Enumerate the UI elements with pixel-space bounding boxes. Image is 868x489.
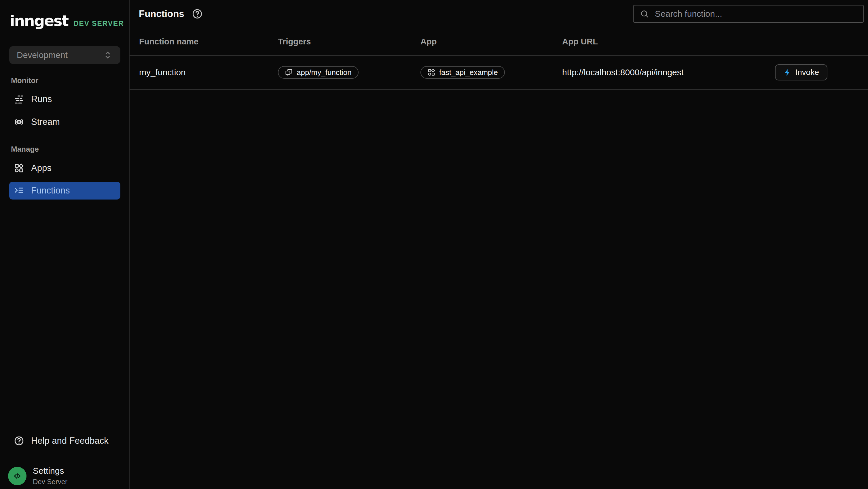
- invoke-trigger-icon: [285, 68, 293, 77]
- triggers-cell: app/my_function: [278, 66, 421, 79]
- settings-subtitle: Dev Server: [33, 478, 67, 486]
- sidebar-item-label: Help and Feedback: [31, 436, 108, 446]
- sidebar: inngest DEV SERVER Development Monitor R…: [0, 0, 130, 489]
- inngest-logo: inngest: [10, 13, 68, 28]
- sidebar-item-stream[interactable]: Stream: [9, 113, 120, 131]
- nav-section-monitor: Monitor: [11, 76, 38, 85]
- search-box[interactable]: [633, 5, 864, 23]
- nav-section-manage: Manage: [11, 145, 39, 154]
- page-help-button[interactable]: [192, 8, 203, 19]
- table-row[interactable]: my_function app/my_function: [130, 56, 868, 90]
- sidebar-item-label: Runs: [31, 94, 52, 104]
- sidebar-divider: [0, 457, 129, 457]
- sidebar-item-functions[interactable]: Functions: [9, 182, 120, 200]
- app-badge-label: fast_api_example: [439, 68, 498, 77]
- table-header: Function name Triggers App App URL: [130, 28, 868, 56]
- app-root: inngest DEV SERVER Development Monitor R…: [0, 0, 868, 489]
- code-icon: [12, 471, 23, 481]
- main-content: Functions Function name Triggers App: [130, 0, 868, 489]
- topbar: Functions: [130, 0, 868, 28]
- column-header-triggers: Triggers: [278, 37, 421, 47]
- sidebar-item-label: Apps: [31, 163, 52, 173]
- invoke-button[interactable]: Invoke: [775, 64, 828, 81]
- trigger-badge-label: app/my_function: [297, 68, 352, 77]
- sidebar-item-label: Functions: [31, 185, 70, 196]
- functions-icon: [14, 185, 24, 196]
- actions-cell: Invoke: [775, 64, 828, 81]
- sidebar-item-runs[interactable]: Runs: [9, 90, 120, 108]
- sidebar-item-help-and-feedback[interactable]: Help and Feedback: [9, 432, 120, 450]
- column-header-function-name: Function name: [139, 37, 278, 47]
- column-header-app: App: [421, 37, 562, 47]
- dev-server-avatar: [8, 467, 27, 485]
- app-badge[interactable]: fast_api_example: [421, 66, 505, 79]
- sidebar-item-settings[interactable]: Settings Dev Server: [8, 466, 67, 486]
- sidebar-item-label: Stream: [31, 117, 60, 127]
- settings-title: Settings: [33, 466, 67, 476]
- workspace-select[interactable]: Development: [9, 46, 120, 64]
- column-header-app-url: App URL: [562, 37, 827, 47]
- app-url-cell: http://localhost:8000/api/inngest: [562, 67, 775, 77]
- sidebar-item-apps[interactable]: Apps: [9, 159, 120, 177]
- search-input[interactable]: [654, 9, 857, 19]
- page-title: Functions: [139, 8, 184, 19]
- function-name-cell[interactable]: my_function: [139, 67, 278, 77]
- search-icon: [640, 9, 649, 19]
- settings-text: Settings Dev Server: [33, 466, 67, 486]
- lightning-icon: [783, 68, 791, 77]
- runs-icon: [14, 94, 24, 104]
- circle-question-icon: [14, 436, 24, 446]
- stream-icon: [14, 117, 24, 127]
- logo: inngest DEV SERVER: [10, 13, 124, 28]
- invoke-button-label: Invoke: [796, 68, 819, 77]
- workspace-select-value: Development: [17, 50, 68, 60]
- trigger-badge[interactable]: app/my_function: [278, 66, 359, 79]
- app-icon: [427, 68, 435, 77]
- app-cell: fast_api_example: [421, 66, 562, 79]
- apps-icon: [14, 163, 24, 173]
- circle-question-icon: [192, 8, 203, 19]
- dev-server-badge: DEV SERVER: [73, 19, 124, 28]
- chevrons-up-down-icon: [102, 50, 113, 60]
